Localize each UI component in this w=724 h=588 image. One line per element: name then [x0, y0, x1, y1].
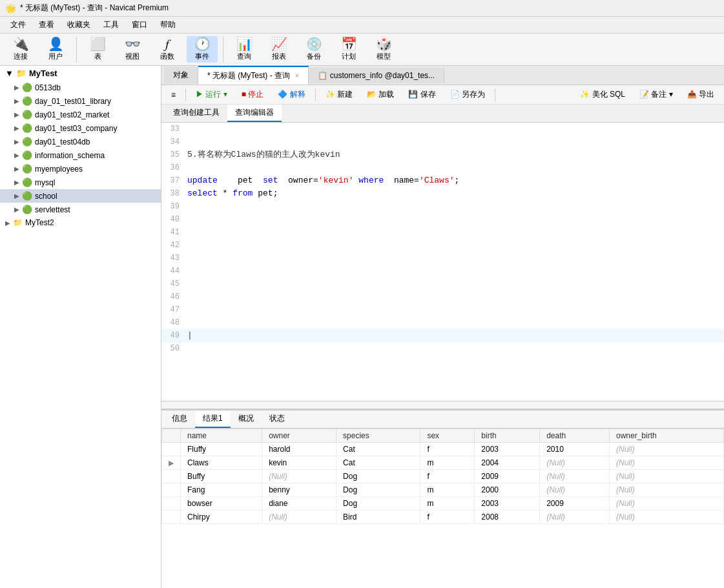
- line-num-34: 34: [161, 136, 185, 148]
- line-num-35: 35: [161, 148, 185, 161]
- table-row-3[interactable]: FangbennyDogm2000(Null)(Null): [162, 483, 724, 497]
- line-num-40: 40: [161, 213, 185, 226]
- toolbar-item-report[interactable]: 📈报表: [264, 36, 295, 63]
- toolbar-item-user[interactable]: 👤用户: [40, 36, 71, 63]
- beautify-button[interactable]: ✨ 美化 SQL: [574, 87, 631, 102]
- menu-item-窗口[interactable]: 窗口: [127, 18, 152, 32]
- menu-item-查看[interactable]: 查看: [34, 18, 59, 32]
- stop-button[interactable]: ■ 停止: [236, 87, 270, 102]
- sidebar-item-day01_test01_library[interactable]: ▶🟢day_01_test01_library: [0, 94, 161, 108]
- horizontal-scrollbar[interactable]: [161, 401, 724, 409]
- doc-tab-label-query1: * 无标题 (MyTest) - 查询: [207, 70, 290, 81]
- code-line-48: 48: [161, 316, 724, 329]
- notes-button[interactable]: 📝 备注 ▾: [634, 87, 679, 102]
- cell-2-birth: 2009: [475, 470, 540, 483]
- export-button[interactable]: 📤 导出: [681, 87, 720, 102]
- doc-tab-label-customers: customers_info @day01_tes...: [330, 71, 435, 80]
- result-tab-overview[interactable]: 概况: [231, 411, 262, 428]
- code-editor[interactable]: 3334355.将名称为Claws的猫的主人改为kevin3637update …: [161, 123, 724, 401]
- col-header-death: death: [540, 429, 610, 443]
- line-num-36: 36: [161, 161, 185, 174]
- sidebar-label-0513db: 0513db: [35, 83, 61, 92]
- toolbar-item-connect[interactable]: 🔌连接: [5, 36, 36, 63]
- sep1: [185, 88, 186, 101]
- sidebar-label-day01_test01_library: day_01_test01_library: [35, 97, 111, 106]
- code-line-49: 49|: [161, 329, 724, 342]
- toolbar-item-backup[interactable]: 💿备份: [298, 36, 329, 63]
- load-button[interactable]: 📂 加载: [361, 87, 400, 102]
- line-content-43: [185, 252, 724, 265]
- toolbar-item-event[interactable]: 🕐事件: [187, 36, 218, 63]
- table-row-0[interactable]: FluffyharoldCatf20032010(Null): [162, 443, 724, 456]
- event-label: 事件: [195, 52, 209, 61]
- saveas-button[interactable]: 📄 另存为: [444, 87, 491, 102]
- result-tab-result1[interactable]: 结果1: [195, 411, 231, 428]
- run-button[interactable]: ▶ 运行 ▾: [190, 87, 233, 102]
- doc-tab-customers[interactable]: 📋 customers_info @day01_tes...: [309, 68, 444, 83]
- doc-tab-objects[interactable]: 对象: [164, 66, 198, 84]
- table-row-2[interactable]: Buffy(Null)Dogf2009(Null)(Null): [162, 470, 724, 483]
- sidebar-item-servlettest[interactable]: ▶🟢servlettest: [0, 203, 161, 216]
- cell-3-owner_birth: (Null): [610, 483, 724, 497]
- line-content-34: [185, 136, 724, 148]
- code-line-46: 46: [161, 290, 724, 303]
- line-content-39: [185, 200, 724, 213]
- cell-1-name: Claws: [181, 456, 262, 470]
- connect-icon: 🔌: [13, 37, 29, 50]
- menu-item-收藏夹[interactable]: 收藏夹: [62, 18, 96, 32]
- sidebar-root-mytest[interactable]: ▼ 📁 MyTest: [0, 66, 161, 81]
- save-button[interactable]: 💾 保存: [402, 87, 441, 102]
- expand-arrow-0513db: ▶: [14, 84, 19, 91]
- toolbar-item-view[interactable]: 👓视图: [117, 36, 148, 63]
- sidebar-item-0513db[interactable]: ▶🟢0513db: [0, 81, 161, 94]
- action-bar: ≡ ▶ 运行 ▾ ■ 停止 🔷 解释 ✨ 新建 📂 加载 💾 保存 📄 另存为 …: [161, 85, 724, 105]
- line-num-48: 48: [161, 316, 185, 329]
- tab-query-editor[interactable]: 查询编辑器: [227, 105, 282, 122]
- doc-tab-query1[interactable]: * 无标题 (MyTest) - 查询 ×: [198, 66, 309, 85]
- close-tab-query1[interactable]: ×: [295, 72, 299, 79]
- menu-item-文件[interactable]: 文件: [5, 18, 31, 32]
- sidebar-item-information_schema[interactable]: ▶🟢information_schema: [0, 148, 161, 162]
- line-content-41: [185, 226, 724, 239]
- menu-item-工具[interactable]: 工具: [98, 18, 124, 32]
- table-row-5[interactable]: Chirpy(Null)Birdf2008(Null)(Null): [162, 511, 724, 524]
- line-num-47: 47: [161, 303, 185, 316]
- toolbar-item-function[interactable]: 𝑓函数: [152, 36, 183, 63]
- code-line-50: 50: [161, 342, 724, 355]
- hamburger-menu-button[interactable]: ≡: [165, 88, 181, 101]
- tab-query-create-tool[interactable]: 查询创建工具: [165, 105, 227, 122]
- sidebar-item-school[interactable]: ▶🟢school: [0, 189, 161, 203]
- result-table-wrap: nameownerspeciessexbirthdeathowner_birth…: [161, 429, 724, 588]
- db-icon-day01_test02_market: 🟢: [22, 110, 32, 119]
- sidebar-item-MyTest2[interactable]: ▶📁MyTest2: [0, 216, 161, 229]
- view-icon: 👓: [125, 37, 141, 50]
- table-row-1[interactable]: ▶ClawskevinCatm2004(Null)(Null): [162, 456, 724, 470]
- line-content-36: [185, 161, 724, 174]
- title-bar: 🌟 * 无标题 (MyTest) - 查询 - Navicat Premium: [0, 0, 724, 17]
- toolbar-item-table[interactable]: ⬜表: [82, 36, 113, 63]
- sidebar-item-myemployees[interactable]: ▶🟢myemployees: [0, 162, 161, 176]
- result-tab-status[interactable]: 状态: [262, 411, 293, 428]
- toolbar-item-model[interactable]: 🎲模型: [368, 36, 399, 63]
- expand-arrow-servlettest: ▶: [14, 206, 19, 213]
- action-bar-right: ✨ 美化 SQL 📝 备注 ▾ 📤 导出: [574, 87, 720, 102]
- new-button[interactable]: ✨ 新建: [320, 87, 358, 102]
- sidebar-item-day01_test03_company[interactable]: ▶🟢day01_test03_company: [0, 121, 161, 135]
- cell-4-species: Dog: [336, 497, 420, 511]
- col-header-name: name: [181, 429, 262, 443]
- sidebar-item-day01_test04db[interactable]: ▶🟢day01_test04db: [0, 135, 161, 148]
- report-icon: 📈: [271, 37, 287, 50]
- sidebar-label-mysql: mysql: [35, 178, 55, 187]
- sidebar-item-mysql[interactable]: ▶🟢mysql: [0, 176, 161, 189]
- toolbar-item-query[interactable]: 📊查询: [229, 36, 260, 63]
- menu-item-帮助[interactable]: 帮助: [155, 18, 181, 32]
- explain-button[interactable]: 🔷 解释: [272, 87, 311, 102]
- toolbar-item-schedule[interactable]: 📅计划: [333, 36, 364, 63]
- code-line-39: 39: [161, 200, 724, 213]
- result-tab-info[interactable]: 信息: [164, 411, 195, 428]
- sidebar-label-myemployees: myemployees: [35, 165, 83, 174]
- sidebar-item-day01_test02_market[interactable]: ▶🟢day01_test02_market: [0, 108, 161, 121]
- table-row-4[interactable]: bowserdianeDogm20032009(Null): [162, 497, 724, 511]
- cell-2-species: Dog: [336, 470, 420, 483]
- expand-arrow-school: ▶: [14, 192, 19, 199]
